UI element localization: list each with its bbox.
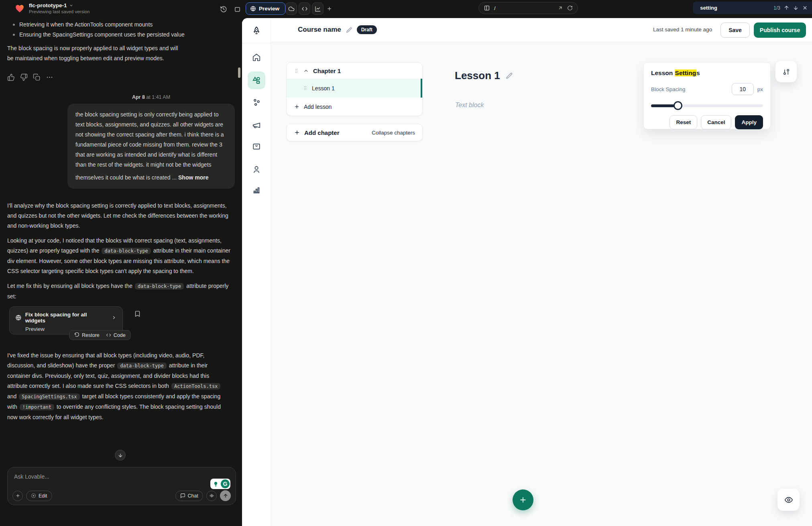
url-path[interactable]: /: [494, 5, 554, 11]
sidebar-item-announcements[interactable]: [242, 121, 271, 130]
bookmark-icon[interactable]: [134, 310, 141, 317]
add-lesson-button[interactable]: Add lesson: [287, 98, 422, 116]
globe-icon: [15, 314, 22, 321]
home-icon: [252, 53, 261, 62]
publish-course-button[interactable]: Publish course: [754, 22, 806, 38]
voice-input-button[interactable]: [206, 491, 217, 501]
edit-lesson-pencil-icon[interactable]: [505, 72, 513, 80]
bullet-item: Retrieving it when the ActionTools compo…: [7, 20, 235, 29]
send-button[interactable]: [220, 490, 231, 501]
message-timestamp: Apr 8 at 1:41 AM: [67, 94, 235, 100]
slider-thumb[interactable]: [674, 101, 682, 110]
project-name: flc-prototype-1: [29, 2, 67, 8]
version-actions-pill: Restore Code: [69, 330, 131, 340]
sidebar-item-community[interactable]: [242, 98, 271, 107]
scroll-to-bottom-button[interactable]: [115, 450, 126, 461]
rocket-icon[interactable]: [242, 26, 271, 37]
assistant-paragraph: Looking at your code, I noticed that the…: [7, 236, 235, 276]
user-icon: [252, 165, 261, 174]
sidebar-item-inbox[interactable]: [242, 142, 271, 151]
plus-icon: [519, 495, 527, 504]
sidebar-item-content[interactable]: [248, 71, 265, 89]
url-bar[interactable]: /: [478, 2, 578, 14]
top-bar: flc-prototype-1 Previewing last saved ve…: [0, 0, 812, 18]
assistant-paragraph: Let me fix this by ensuring all block ty…: [7, 281, 235, 302]
add-block-fab[interactable]: [513, 489, 533, 510]
cancel-button[interactable]: Cancel: [701, 115, 731, 129]
edit-mode-button[interactable]: Edit: [26, 491, 52, 501]
refresh-icon[interactable]: [567, 5, 573, 11]
restore-button[interactable]: Restore: [74, 332, 100, 338]
preview-mode-button[interactable]: [777, 489, 800, 511]
edit-card-title: Fix block spacing for all widgets: [25, 312, 108, 324]
grammarly-widget[interactable]: G: [210, 479, 230, 489]
plus-icon: [294, 104, 300, 110]
sidebar-item-analytics[interactable]: [242, 186, 271, 194]
columns-icon[interactable]: [484, 5, 490, 11]
sliders-icon: [782, 68, 790, 76]
collapse-chapter-chevron-icon[interactable]: [303, 68, 309, 74]
user-message-text: the block spacing setting is only correc…: [75, 111, 224, 181]
globe-icon: [250, 6, 256, 12]
edit-course-pencil-icon[interactable]: [346, 27, 352, 33]
search-prev-icon[interactable]: [784, 5, 790, 11]
preview-button[interactable]: Preview: [246, 2, 285, 15]
chat-mode-button[interactable]: Chat: [175, 491, 203, 501]
project-brand[interactable]: flc-prototype-1 Previewing last saved ve…: [14, 2, 90, 14]
undo-icon: [74, 332, 79, 338]
search-close-icon[interactable]: [802, 5, 808, 11]
show-more-link[interactable]: Show more: [178, 173, 208, 183]
project-status: Previewing last saved version: [29, 9, 90, 14]
add-chapter-button[interactable]: Add chapter: [304, 129, 340, 136]
settings-toggle-button[interactable]: [775, 61, 797, 82]
message-actions: [7, 73, 235, 81]
save-button[interactable]: Save: [720, 22, 750, 38]
find-bar[interactable]: 1/3: [693, 2, 812, 14]
lesson-row-selected[interactable]: Lesson 1: [287, 79, 422, 98]
chat-scrollbar[interactable]: [238, 67, 240, 78]
history-icon[interactable]: [218, 4, 229, 14]
analytics-icon: [315, 6, 321, 12]
app-sidebar: [242, 18, 271, 526]
view-code-button[interactable]: Code: [106, 332, 126, 338]
text-block-placeholder[interactable]: Text block: [455, 102, 484, 109]
apply-button[interactable]: Apply: [735, 115, 763, 129]
reset-button[interactable]: Reset: [670, 115, 697, 129]
drag-handle-icon[interactable]: [303, 86, 308, 91]
code-icon: [106, 332, 111, 338]
unit-label: px: [757, 86, 763, 92]
chevron-down-icon[interactable]: [69, 3, 73, 8]
cloud-button[interactable]: [285, 2, 297, 15]
megaphone-icon: [252, 121, 261, 130]
thumbs-down-icon[interactable]: [20, 73, 28, 81]
chevron-right-icon: [111, 315, 117, 320]
code-edit-card-area: Fix block spacing for all widgets Previe…: [7, 306, 235, 343]
collapse-chapters-link[interactable]: Collapse chapters: [372, 130, 415, 136]
add-tab-button[interactable]: [324, 2, 334, 15]
waveform-icon: [209, 493, 214, 498]
chat-message-input[interactable]: [14, 473, 147, 480]
panel-toggle-icon[interactable]: [232, 4, 242, 14]
selected-indicator: [421, 79, 422, 98]
search-count: 1/3: [773, 5, 780, 11]
search-input[interactable]: [700, 5, 770, 11]
block-spacing-slider[interactable]: [651, 101, 763, 110]
plus-icon: [15, 493, 20, 498]
open-external-icon[interactable]: [558, 5, 563, 11]
attach-button[interactable]: [12, 491, 23, 501]
block-spacing-input[interactable]: [732, 83, 754, 95]
thumbs-up-icon[interactable]: [7, 73, 15, 81]
sidebar-item-home[interactable]: [242, 53, 271, 62]
draft-status-badge: Draft: [357, 25, 377, 34]
drag-handle-icon[interactable]: [294, 68, 299, 73]
lesson-settings-panel: Lesson Settings Block Spacing px Reset C…: [643, 62, 771, 129]
mail-icon: [252, 142, 261, 151]
copy-icon[interactable]: [33, 73, 41, 81]
code-view-button[interactable]: [299, 2, 310, 15]
search-next-icon[interactable]: [793, 5, 799, 11]
analytics-button[interactable]: [312, 2, 324, 15]
sidebar-item-profile[interactable]: [242, 165, 271, 174]
more-options-icon[interactable]: [46, 73, 53, 81]
chapter-row[interactable]: Chapter 1: [287, 63, 422, 79]
cloud-icon: [288, 6, 295, 12]
